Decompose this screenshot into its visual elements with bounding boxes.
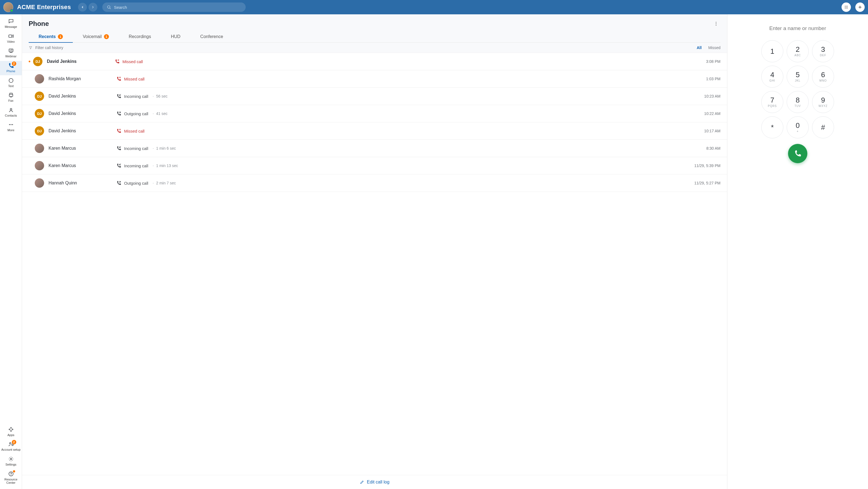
notification-dot-icon <box>13 470 15 472</box>
incoming-call-icon <box>116 163 121 168</box>
svg-point-17 <box>10 108 12 110</box>
svg-point-20 <box>12 124 13 125</box>
missed-call-icon <box>116 76 121 81</box>
settings-icon <box>8 456 14 462</box>
sidebar-item-account-setup[interactable]: 2Account setup <box>0 439 22 454</box>
profile-avatar[interactable] <box>3 2 13 12</box>
dialpad-key-9[interactable]: 9WXYZ <box>812 91 834 113</box>
dialpad-digit: 2 <box>796 46 800 53</box>
search-input[interactable] <box>114 5 241 10</box>
contacts-icon <box>8 107 14 113</box>
dialpad-key-1[interactable]: 1 <box>761 40 783 62</box>
phone-icon <box>794 150 802 157</box>
call-duration: 1 min 6 sec <box>153 146 176 151</box>
dialpad-letters: ABC <box>795 54 801 57</box>
dialpad-key-#[interactable]: # <box>812 116 834 138</box>
call-timestamp: 11/29, 5:39 PM <box>690 163 720 168</box>
call-type: Missed call <box>116 128 686 133</box>
call-button[interactable] <box>788 144 807 163</box>
call-row[interactable]: DJDavid JenkinsOutgoing call41 sec10:22 … <box>22 105 727 122</box>
tab-voicemail[interactable]: Voicemail1 <box>73 31 119 42</box>
svg-point-25 <box>11 475 11 475</box>
tab-conference[interactable]: Conference <box>190 31 233 42</box>
dialpad-digit: 9 <box>821 96 825 104</box>
sidebar-item-phone[interactable]: 2Phone <box>0 61 22 75</box>
dialpad-digit: 3 <box>821 46 825 53</box>
call-row[interactable]: DJDavid JenkinsMissed call10:17 AM <box>22 122 727 140</box>
call-avatar: DJ <box>35 126 44 136</box>
nav-back-button[interactable] <box>78 3 87 11</box>
dialpad-key-7[interactable]: 7PQRS <box>761 91 783 113</box>
phone-panel: Phone Recents1Voicemail1RecordingsHUDCon… <box>22 14 727 489</box>
call-type: Incoming call56 sec <box>116 94 686 99</box>
call-name: Karen Marcus <box>49 163 112 168</box>
edit-bar: Edit call log <box>22 475 727 489</box>
tab-hud[interactable]: HUD <box>161 31 190 42</box>
more-menu-button[interactable] <box>712 19 720 28</box>
sidebar-item-text[interactable]: Text <box>0 76 22 90</box>
dialpad-key-4[interactable]: 4GHI <box>761 66 783 88</box>
sidebar-item-apps[interactable]: Apps <box>0 425 22 439</box>
tab-recordings[interactable]: Recordings <box>119 31 161 42</box>
dialpad: 12ABC3DEF4GHI5JKL6MNO7PQRS8TUV9WXYZ*0+# <box>761 40 834 138</box>
call-type-label: Missed call <box>124 129 145 133</box>
call-row[interactable]: Karen MarcusIncoming call1 min 6 sec8:30… <box>22 140 727 157</box>
call-row[interactable]: DJDavid JenkinsMissed call3:08 PM <box>22 53 727 70</box>
call-timestamp: 3:08 PM <box>690 59 720 64</box>
svg-point-19 <box>10 124 11 125</box>
incoming-call-icon <box>116 146 121 151</box>
tab-recents[interactable]: Recents1 <box>29 31 73 42</box>
dialpad-key-6[interactable]: 6MNO <box>812 66 834 88</box>
filter-missed[interactable]: Missed <box>708 45 720 50</box>
sidebar-item-video[interactable]: Video <box>0 31 22 46</box>
dialpad-digit: 1 <box>770 48 774 55</box>
sidebar-item-fax[interactable]: Fax <box>0 90 22 105</box>
call-avatar <box>35 178 44 188</box>
search-wrap <box>102 2 246 12</box>
dialpad-key-3[interactable]: 3DEF <box>812 40 834 62</box>
badge: 2 <box>12 440 16 444</box>
call-type: Incoming call1 min 6 sec <box>116 146 686 151</box>
nav-forward-button[interactable] <box>89 3 97 11</box>
dialpad-digit: * <box>771 124 774 131</box>
dialer-input[interactable] <box>748 25 847 31</box>
sidebar-item-contacts[interactable]: Contacts <box>0 105 22 120</box>
dialpad-key-2[interactable]: 2ABC <box>787 40 809 62</box>
svg-point-5 <box>845 7 845 7</box>
dialpad-key-*[interactable]: * <box>761 116 783 138</box>
search-icon <box>107 5 111 9</box>
svg-point-4 <box>847 6 847 6</box>
call-row[interactable]: Hannah QuinnOutgoing call2 min 7 sec11/2… <box>22 174 727 192</box>
dialpad-key-5[interactable]: 5JKL <box>787 66 809 88</box>
call-row[interactable]: Rashida MorganMissed call1:03 PM <box>22 70 727 88</box>
resource-center-icon <box>8 471 14 477</box>
sidebar-item-message[interactable]: Message <box>0 17 22 31</box>
phone-header: Phone Recents1Voicemail1RecordingsHUDCon… <box>22 14 727 43</box>
call-type-label: Missed call <box>122 59 143 64</box>
call-row[interactable]: Karen MarcusIncoming call1 min 13 sec11/… <box>22 157 727 174</box>
call-avatar <box>35 74 44 84</box>
search-field[interactable] <box>102 2 246 12</box>
filter-icon <box>29 46 33 50</box>
sidebar-item-label: Settings <box>5 463 17 466</box>
svg-line-1 <box>110 8 111 9</box>
dialpad-key-8[interactable]: 8TUV <box>787 91 809 113</box>
svg-point-15 <box>10 50 10 51</box>
sidebar-item-resource-center[interactable]: Resource Center <box>0 469 22 487</box>
dialpad-key-0[interactable]: 0+ <box>787 116 809 138</box>
sidebar: MessageVideoWebinar2PhoneTextFaxContacts… <box>0 14 22 489</box>
filter-call-history-button[interactable]: Filter call history <box>29 45 63 50</box>
call-name: Hannah Quinn <box>49 181 112 186</box>
edit-call-log-button[interactable]: Edit call log <box>360 480 390 485</box>
dialpad-digit: 4 <box>770 71 774 78</box>
sidebar-item-more[interactable]: More <box>0 120 22 134</box>
call-list[interactable]: DJDavid JenkinsMissed call3:08 PMRashida… <box>22 53 727 475</box>
pencil-icon <box>360 480 364 484</box>
filter-all[interactable]: All <box>697 45 702 50</box>
sidebar-item-webinar[interactable]: Webinar <box>0 46 22 60</box>
sidebar-item-settings[interactable]: Settings <box>0 454 22 468</box>
add-button[interactable] <box>855 2 865 12</box>
tabs: Recents1Voicemail1RecordingsHUDConferenc… <box>29 31 720 43</box>
call-row[interactable]: DJDavid JenkinsIncoming call56 sec10:23 … <box>22 88 727 105</box>
dialpad-button[interactable] <box>841 2 851 12</box>
